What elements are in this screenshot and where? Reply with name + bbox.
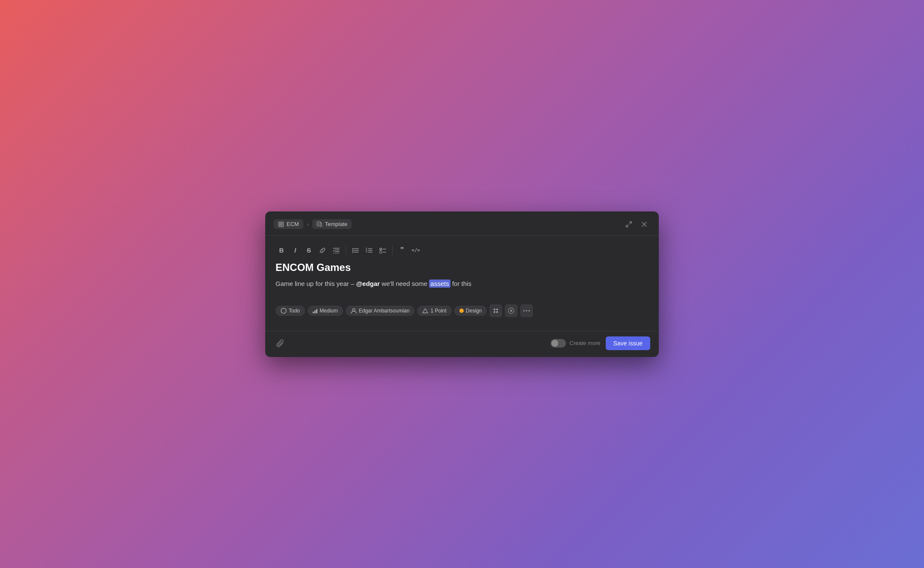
strikethrough-button[interactable]: S (303, 244, 315, 256)
content-middle: we'll need some (380, 280, 429, 287)
ordered-list-button[interactable]: 1. 2. 3. (363, 244, 375, 256)
status-label: Todo (289, 308, 300, 314)
link-icon (319, 247, 326, 254)
ordered-list-icon: 1. 2. 3. (366, 247, 373, 253)
play-icon (508, 307, 515, 314)
bullet-list-icon (352, 247, 359, 253)
indent-button[interactable] (330, 244, 342, 256)
breadcrumb-project-label: ECM (287, 221, 299, 227)
expand-icon (625, 221, 632, 228)
header-actions (623, 218, 650, 230)
ecm-icon (278, 221, 284, 227)
issue-modal: ECM › Template (265, 211, 659, 357)
more-options-button[interactable] (520, 304, 533, 317)
more-dots-icon (523, 310, 530, 312)
attach-button[interactable] (274, 337, 287, 350)
quote-button[interactable]: " (396, 244, 408, 256)
italic-button[interactable]: I (289, 244, 301, 256)
svg-point-33 (529, 310, 530, 311)
grid-dots-icon (494, 309, 498, 313)
label-text: Design (466, 308, 482, 314)
checklist-icon (379, 247, 386, 253)
toolbar-divider-2 (392, 246, 393, 255)
label-badge[interactable]: Design (454, 306, 487, 316)
footer-left (274, 337, 287, 350)
breadcrumb-separator: › (307, 221, 309, 228)
grid-view-button[interactable] (489, 304, 502, 317)
link-button[interactable] (317, 244, 329, 256)
template-doc-icon (317, 221, 323, 227)
content-suffix: for this (450, 280, 471, 287)
priority-icon (313, 308, 317, 313)
issue-content[interactable]: Game line up for this year – @edgar we'l… (275, 279, 649, 296)
checklist-button[interactable] (377, 244, 389, 256)
issue-title[interactable]: ENCOM Games (275, 262, 649, 274)
modal-body: B I S (265, 236, 659, 331)
estimate-icon (422, 308, 428, 314)
save-issue-button[interactable]: Save issue (606, 336, 650, 350)
assignee-icon (351, 308, 357, 314)
estimate-label: 1 Point (430, 308, 446, 314)
modal-header: ECM › Template (265, 211, 659, 236)
metadata-row: Todo Medium (275, 304, 649, 324)
indent-icon (333, 247, 340, 253)
close-button[interactable] (638, 218, 650, 230)
content-highlight: assets (429, 280, 450, 288)
code-button[interactable]: </> (410, 244, 422, 256)
breadcrumb-template-label: Template (325, 221, 348, 227)
status-icon (281, 308, 287, 314)
todo-circle-icon (281, 308, 287, 314)
svg-point-16 (352, 251, 354, 253)
modal-footer: Create more Save issue (265, 331, 659, 357)
svg-point-14 (352, 250, 354, 251)
bold-button[interactable]: B (275, 244, 287, 256)
svg-point-32 (526, 310, 527, 311)
close-icon (641, 221, 647, 227)
create-more-label: Create more (569, 340, 600, 346)
expand-button[interactable] (623, 218, 635, 230)
svg-point-28 (281, 308, 286, 313)
priority-label: Medium (320, 308, 338, 314)
svg-text:3.: 3. (366, 250, 368, 253)
footer-right: Create more Save issue (551, 336, 650, 350)
breadcrumb-template[interactable]: Template (312, 219, 352, 229)
svg-rect-26 (380, 251, 382, 253)
breadcrumb: ECM › Template (274, 219, 352, 229)
svg-point-31 (524, 310, 525, 311)
svg-point-29 (352, 309, 355, 311)
create-more-toggle-container: Create more (551, 339, 600, 348)
create-more-toggle[interactable] (551, 339, 566, 348)
label-icon (459, 309, 464, 313)
formatting-toolbar: B I S (275, 244, 649, 256)
mention-edgar[interactable]: @edgar (356, 280, 379, 287)
status-badge[interactable]: Todo (275, 306, 305, 316)
paperclip-icon (276, 339, 284, 347)
person-icon (351, 308, 357, 314)
toolbar-divider-1 (346, 246, 346, 255)
estimate-triangle-icon (422, 308, 428, 314)
estimate-badge[interactable]: 1 Point (417, 306, 451, 316)
play-button[interactable] (505, 304, 518, 317)
assignee-badge[interactable]: Edgar Ambartsoumian (346, 306, 415, 316)
assignee-label: Edgar Ambartsoumian (359, 308, 410, 314)
bullet-list-button[interactable] (349, 244, 361, 256)
priority-badge[interactable]: Medium (308, 306, 343, 316)
svg-point-12 (352, 248, 354, 249)
content-prefix: Game line up for this year – (275, 280, 356, 287)
breadcrumb-project[interactable]: ECM (274, 219, 303, 229)
